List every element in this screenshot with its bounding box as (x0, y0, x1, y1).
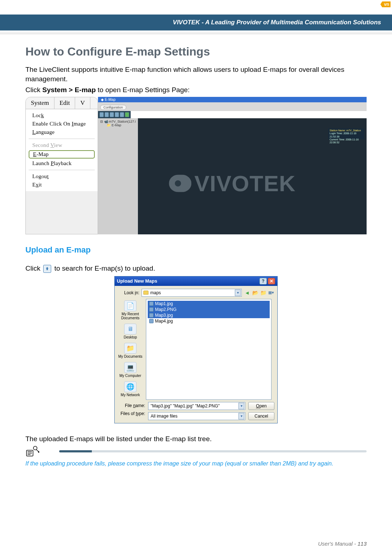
menu-item-language[interactable]: Language (26, 128, 98, 136)
menu-item-emap[interactable]: E-Map (29, 150, 95, 159)
menu-separator (29, 170, 95, 170)
tab-v[interactable]: V (75, 97, 90, 109)
file-item[interactable]: Map1.jpg (148, 301, 270, 307)
instruction-open-emap: Click System > E-map to open E-map Setti… (25, 85, 367, 95)
divider (0, 34, 392, 34)
cancel-button[interactable]: Cancel (248, 412, 274, 420)
configuration-button[interactable]: Configuration (100, 105, 126, 110)
menu-item-logout[interactable]: Logout (26, 172, 98, 181)
page-header: VIVOTEK - A Leading Provider of Multimed… (0, 15, 392, 30)
menu-list: Lock Enable Click On Image Language Seco… (26, 109, 98, 191)
view-menu-icon[interactable]: ▦▾ (268, 290, 274, 296)
menu-item-launch-playback[interactable]: Launch Playback (26, 159, 98, 168)
dialog-title: Upload New Maps (117, 278, 258, 284)
divider (0, 33, 392, 33)
tab-edit[interactable]: Edit (54, 97, 75, 109)
place-desktop[interactable]: Desktop (124, 324, 137, 339)
app-toolbar: Configuration vn (98, 102, 367, 111)
menu-path: System > E-map (42, 86, 95, 94)
text: to open E-map Settings Page: (96, 86, 190, 94)
file-item[interactable]: Map4.jpg (148, 318, 270, 324)
tool-icon[interactable] (115, 112, 119, 117)
status-station: Station Name: m7V_Station (330, 129, 363, 132)
filename-field[interactable]: "Map3.jpg" "Map1.jpg" "Map2.PNG" ▾ (148, 402, 245, 410)
image-file-icon (149, 313, 154, 317)
brand-badge: vn (380, 1, 391, 7)
key-note-icon (25, 445, 40, 457)
status-login-time: Login Time: 2008-11-16 21:52:38 (330, 132, 363, 138)
page-footer: User's Manual - 113 (318, 541, 367, 547)
emap-app-window: ◆ E-Map Configuration vn ⊟ 📹 m7V_Station… (98, 97, 367, 234)
tool-icon[interactable] (120, 112, 124, 117)
app-title-text: E-Map (105, 98, 115, 102)
vivotek-watermark: VIVOTEK (169, 171, 295, 196)
filetype-value: All image files (151, 414, 177, 419)
text: Click (25, 264, 42, 272)
eye-icon (169, 175, 191, 192)
app-sidebar-tree: ⊟ 📹 m7V_Station(127.0.0.1) 📁 E-Map (98, 118, 138, 234)
note-text: If the uploading procedure fails, please… (25, 460, 367, 468)
tool-icon[interactable] (99, 112, 104, 117)
places-bar: My Recent Documents Desktop My Documents… (115, 299, 146, 400)
dialog-toolbar: ◄ 📂 📁 ▦▾ (244, 290, 274, 296)
note-divider (59, 450, 367, 452)
figure-system-menu-and-app: System Edit V Lock Enable Click On Image… (25, 97, 367, 234)
intro-paragraph: The LiveClient supports intuitive E-map … (25, 65, 367, 83)
menu-item-exit[interactable]: Exit (26, 181, 98, 189)
tree-emap-node[interactable]: 📁 E-Map (100, 123, 136, 127)
watermark-text: VIVOTEK (194, 171, 295, 196)
filename-label: File name: (118, 403, 145, 408)
dropdown-icon[interactable]: ▾ (238, 403, 244, 409)
tool-icon[interactable] (105, 112, 109, 117)
dialog-titlebar: Upload New Maps ? ✕ (115, 276, 277, 286)
menu-item-second-view: Second View (26, 141, 98, 149)
footer-label: User's Manual - (318, 541, 358, 547)
place-my-network[interactable]: My Network (121, 381, 140, 397)
tool-icon[interactable] (110, 112, 114, 117)
page-number: 113 (358, 541, 367, 547)
app-icon-toolbar (98, 111, 131, 118)
app-body: ⊟ 📹 m7V_Station(127.0.0.1) 📁 E-Map VIVOT… (98, 118, 367, 234)
up-one-level-icon[interactable]: 📂 (252, 290, 258, 296)
status-badge: Station Name: m7V_Station Login Time: 20… (328, 128, 364, 139)
svg-point-1 (33, 446, 37, 450)
upload-icon (43, 265, 51, 273)
file-item[interactable]: Map2.PNG (148, 307, 270, 312)
place-recent-documents[interactable]: My Recent Documents (115, 300, 146, 320)
lookin-label: Look in: (118, 290, 139, 295)
image-file-icon (149, 319, 154, 323)
image-file-icon (149, 307, 154, 312)
lookin-value: maps (150, 290, 161, 295)
menu-separator (29, 139, 95, 139)
filetype-label: Files of type: (118, 411, 145, 416)
note-block (25, 445, 367, 457)
upload-new-maps-dialog: Upload New Maps ? ✕ Look in: maps ▾ ◄ 📂 … (114, 276, 278, 423)
file-list-pane[interactable]: Map1.jpg Map2.PNG Map3.jpg Map4.jpg (146, 299, 271, 400)
back-icon[interactable]: ◄ (244, 290, 250, 296)
place-my-computer[interactable]: My Computer (119, 362, 141, 378)
dropdown-icon[interactable]: ▾ (238, 413, 244, 419)
menu-tabs: System Edit V (26, 97, 98, 109)
heading-upload-emap: Upload an E-map (25, 245, 367, 255)
lookin-combo[interactable]: maps ▾ (142, 289, 242, 297)
close-button[interactable]: ✕ (268, 278, 275, 284)
dropdown-icon[interactable]: ▾ (235, 290, 241, 296)
result-paragraph: The uploaded E-maps will be listed under… (25, 434, 367, 444)
folder-icon (143, 291, 148, 295)
file-item[interactable]: Map3.jpg (148, 312, 270, 318)
system-menu-dropdown: System Edit V Lock Enable Click On Image… (25, 97, 98, 234)
filename-value: "Map3.jpg" "Map1.jpg" "Map2.PNG" (151, 403, 220, 409)
menu-item-enable-click-on-image[interactable]: Enable Click On Image (26, 120, 98, 128)
open-button[interactable]: Open (248, 402, 274, 410)
status-current-time: Current Time: 2008-11-16 22:06:52 (330, 138, 363, 144)
new-folder-icon[interactable]: 📁 (260, 290, 266, 296)
help-button[interactable]: ? (260, 278, 267, 284)
text: Click (25, 86, 42, 94)
menu-item-lock[interactable]: Lock (26, 111, 98, 120)
tree-station[interactable]: ⊟ 📹 m7V_Station(127.0.0.1) (100, 120, 136, 123)
place-my-documents[interactable]: My Documents (118, 343, 143, 358)
tab-system[interactable]: System (26, 97, 54, 109)
tool-icon-add[interactable] (125, 112, 129, 117)
heading-configure-emap: How to Configure E-map Settings (25, 45, 367, 58)
filetype-field[interactable]: All image files ▾ (148, 412, 245, 420)
